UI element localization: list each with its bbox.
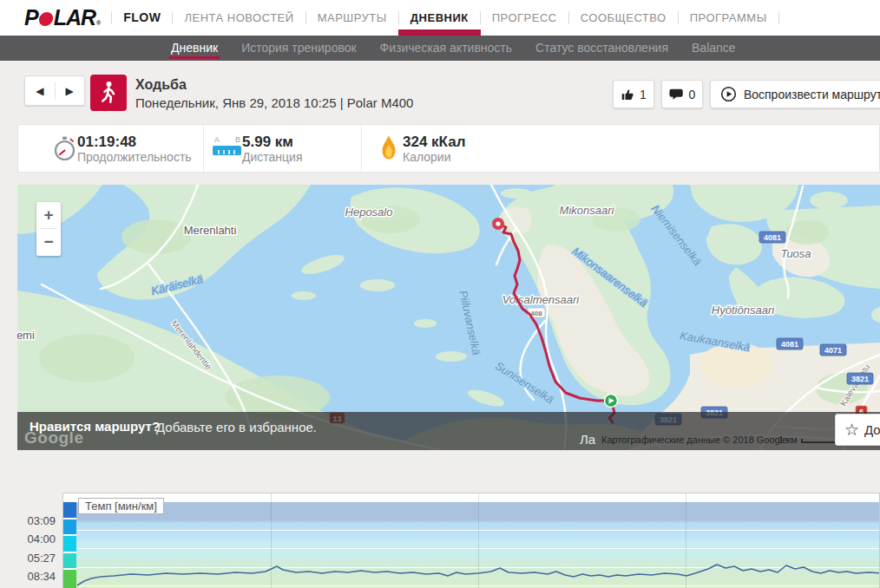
svg-text:4081: 4081	[781, 340, 798, 349]
thumbs-up-icon	[621, 88, 635, 101]
logo-text: P	[24, 5, 38, 30]
polar-logo[interactable]: PLAR®	[24, 5, 100, 30]
registered-mark: ®	[96, 20, 100, 26]
replay-route-label: Воспроизвести маршрут	[744, 88, 880, 101]
zoom-out-button[interactable]: −	[36, 229, 61, 255]
map-attribution: Картографические данные © 2018 Google	[601, 434, 787, 445]
secondary-navigation-bar: Дневник История тренировок Физическая ак…	[0, 36, 880, 61]
chart-legend: Темп [мин/км]	[78, 498, 164, 514]
map-city-label-partial: Ла	[580, 432, 595, 447]
chart-y-tick: 03:09	[10, 514, 56, 527]
tab-diary[interactable]: Дневник	[171, 36, 218, 61]
pace-line	[77, 565, 880, 585]
distance-ruler-icon: A B	[212, 134, 243, 160]
distance-label: Дистанция	[242, 150, 303, 165]
nav-item-community[interactable]: СООБЩЕСТВО	[581, 0, 667, 36]
chart-y-tick: 05:27	[10, 552, 56, 565]
nav-divider	[568, 11, 569, 24]
play-circle-icon	[720, 86, 737, 102]
distance-value: 5.99 км	[242, 134, 293, 150]
stopwatch-icon	[51, 135, 77, 163]
route-map[interactable]: Käräiselkä Piiluvanselkä Mikonsaarenselk…	[17, 185, 880, 450]
nav-item-routes[interactable]: МАРШРУТЫ	[318, 0, 387, 36]
previous-session-button[interactable]: ◀	[25, 85, 55, 97]
workout-stats-bar: 01:19:48 Продолжительность A B 5.99 км Д…	[17, 124, 880, 173]
like-button[interactable]: 1	[613, 80, 654, 108]
stats-divider	[203, 125, 204, 172]
nav-divider	[678, 11, 679, 24]
comment-bubble-icon	[669, 88, 685, 101]
comment-button[interactable]: 0	[661, 80, 703, 108]
svg-text:4071: 4071	[824, 346, 842, 355]
nav-divider	[778, 11, 779, 24]
calories-value: 324 кКал	[403, 134, 465, 150]
like-count: 1	[640, 88, 647, 101]
nav-divider	[398, 11, 399, 24]
calories-flame-icon	[379, 134, 398, 161]
nav-item-flow[interactable]: FLOW	[123, 0, 161, 36]
chart-y-tick: 08:34	[10, 570, 56, 583]
calories-label: Калории	[403, 150, 450, 165]
island-label: Hyötiönsaari	[712, 304, 775, 317]
logo-text: LAR	[54, 5, 95, 30]
svg-text:3821: 3821	[851, 375, 869, 383]
top-navigation-bar: PLAR® FLOW ЛЕНТА НОВОСТЕЙ МАРШРУТЫ ДНЕВН…	[0, 0, 880, 36]
star-icon: ☆	[844, 421, 859, 438]
comment-count: 0	[689, 88, 696, 101]
route-end-marker	[492, 218, 504, 230]
nav-item-progress[interactable]: ПРОГРЕСС	[492, 0, 557, 36]
tab-physical-activity[interactable]: Физическая активность	[380, 36, 512, 61]
svg-text:4081: 4081	[764, 233, 781, 242]
route-start-marker	[605, 395, 618, 408]
place-label: Merenlahti	[184, 224, 237, 237]
next-session-button[interactable]: ▶	[55, 85, 84, 97]
island-label: Tuosa	[780, 247, 811, 260]
session-pager: ◀ ▶	[24, 75, 85, 106]
duration-value: 01:19:48	[77, 134, 136, 150]
nav-item-feed[interactable]: ЛЕНТА НОВОСТЕЙ	[184, 0, 293, 36]
pace-line-chart	[63, 493, 880, 588]
island-label: Mikonsaari	[560, 204, 615, 217]
workout-datetime-device: Понедельник, Янв 29, 2018 10:25 | Polar …	[135, 95, 413, 110]
favorite-prompt-text: Добавьте его в избранное.	[156, 420, 317, 434]
nav-divider	[111, 11, 112, 24]
favorite-route-overlay: Нравится маршрут? Добавьте его в избранн…	[17, 412, 880, 450]
workout-title: Ходьба	[135, 77, 187, 93]
polar-flow-page: PLAR® FLOW ЛЕНТА НОВОСТЕЙ МАРШРУТЫ ДНЕВН…	[0, 0, 880, 588]
chart-y-tick: 04:00	[10, 532, 56, 546]
svg-text:A: A	[214, 135, 220, 144]
tab-balance[interactable]: Balance	[692, 36, 736, 61]
nav-item-programs[interactable]: ПРОГРАММЫ	[690, 0, 767, 36]
nav-item-diary[interactable]: ДНЕВНИК	[410, 0, 469, 36]
walking-sport-icon	[90, 75, 127, 111]
add-to-favorites-label: До	[864, 422, 880, 437]
island-label: Heposalo	[345, 206, 393, 219]
zoom-in-button[interactable]: +	[36, 202, 61, 228]
walking-person-icon	[95, 80, 121, 106]
tab-recovery-status[interactable]: Статус восстановления	[535, 36, 668, 61]
duration-label: Продолжительность	[77, 150, 192, 165]
svg-text:B: B	[235, 135, 240, 144]
tab-training-history[interactable]: История тренировок	[241, 36, 356, 61]
map-canvas: Käräiselkä Piiluvanselkä Mikonsaarenselk…	[17, 185, 880, 450]
map-zoom-control: + −	[36, 202, 61, 256]
svg-text:408: 408	[530, 310, 542, 317]
nav-divider	[480, 11, 481, 24]
nav-divider	[172, 11, 173, 24]
google-watermark: Google	[24, 428, 83, 448]
replay-route-button[interactable]: Воспроизвести маршрут	[710, 80, 880, 108]
logo-red-dot-icon	[38, 12, 54, 26]
add-to-favorites-button[interactable]: ☆ До	[835, 414, 880, 446]
nav-divider	[305, 11, 306, 24]
stats-divider	[361, 125, 362, 172]
place-label: iemi	[17, 329, 35, 342]
pace-chart-plot[interactable]: Темп [мин/км]	[62, 493, 880, 588]
map-scale-label: 1 км	[778, 434, 798, 445]
